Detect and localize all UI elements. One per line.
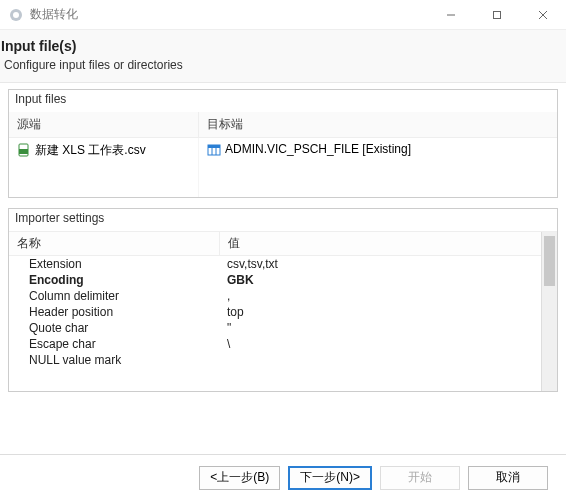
col-target[interactable]: 目标端 xyxy=(199,112,557,137)
settings-value: \ xyxy=(219,336,541,352)
page-title: Input file(s) xyxy=(1,38,562,54)
settings-row[interactable]: Column delimiter, xyxy=(9,288,541,304)
settings-table: 名称 值 Extensioncsv,tsv,txtEncodingGBKColu… xyxy=(9,232,541,368)
settings-name: Quote char xyxy=(9,320,219,336)
page-subtitle: Configure input files or directories xyxy=(4,58,562,72)
close-button[interactable] xyxy=(520,0,566,30)
source-file-name: 新建 XLS 工作表.csv xyxy=(35,142,146,159)
input-files-table: 源端 目标端 新建 XLS 工作表.csv ADMIN.VIC_PSCH_FIL… xyxy=(9,112,557,197)
header: Input file(s) Configure input files or d… xyxy=(0,30,566,83)
cancel-button[interactable]: 取消 xyxy=(468,466,548,490)
app-icon xyxy=(8,7,24,23)
importer-settings-group: Importer settings 名称 值 Extensioncsv,tsv,… xyxy=(8,208,558,392)
next-button[interactable]: 下一步(N)> xyxy=(288,466,372,490)
settings-name: Column delimiter xyxy=(9,288,219,304)
settings-value: " xyxy=(219,320,541,336)
titlebar: 数据转化 xyxy=(0,0,566,30)
settings-row[interactable]: Header positiontop xyxy=(9,304,541,320)
settings-value: csv,tsv,txt xyxy=(219,256,541,273)
csv-file-icon xyxy=(17,143,31,157)
settings-row[interactable]: Extensioncsv,tsv,txt xyxy=(9,256,541,273)
scrollbar-thumb[interactable] xyxy=(544,236,555,286)
settings-value xyxy=(219,352,541,368)
svg-rect-9 xyxy=(208,145,220,148)
settings-name: Extension xyxy=(9,256,219,273)
settings-name: NULL value mark xyxy=(9,352,219,368)
settings-value: GBK xyxy=(219,272,541,288)
col-source[interactable]: 源端 xyxy=(9,112,199,137)
input-files-legend: Input files xyxy=(9,90,557,112)
settings-row[interactable]: NULL value mark xyxy=(9,352,541,368)
maximize-button[interactable] xyxy=(474,0,520,30)
settings-value: top xyxy=(219,304,541,320)
table-icon xyxy=(207,143,221,157)
settings-name: Header position xyxy=(9,304,219,320)
settings-col-name[interactable]: 名称 xyxy=(9,232,219,256)
minimize-button[interactable] xyxy=(428,0,474,30)
start-button: 开始 xyxy=(380,466,460,490)
settings-row[interactable]: Escape char\ xyxy=(9,336,541,352)
footer: <上一步(B) 下一步(N)> 开始 取消 xyxy=(0,454,566,500)
svg-rect-7 xyxy=(19,149,28,154)
source-file-cell[interactable]: 新建 XLS 工作表.csv xyxy=(9,138,199,197)
settings-scrollbar[interactable] xyxy=(541,232,557,391)
target-table-cell[interactable]: ADMIN.VIC_PSCH_FILE [Existing] xyxy=(199,138,557,197)
settings-name: Escape char xyxy=(9,336,219,352)
settings-col-value[interactable]: 值 xyxy=(219,232,541,256)
back-button[interactable]: <上一步(B) xyxy=(199,466,280,490)
settings-value: , xyxy=(219,288,541,304)
window-title: 数据转化 xyxy=(30,6,78,23)
settings-name: Encoding xyxy=(9,272,219,288)
svg-rect-3 xyxy=(494,11,501,18)
target-table-name: ADMIN.VIC_PSCH_FILE [Existing] xyxy=(225,142,411,156)
settings-row[interactable]: Quote char" xyxy=(9,320,541,336)
input-files-group: Input files 源端 目标端 新建 XLS 工作表.csv ADMIN.… xyxy=(8,89,558,198)
svg-point-1 xyxy=(13,12,19,18)
importer-settings-legend: Importer settings xyxy=(9,209,557,231)
settings-row[interactable]: EncodingGBK xyxy=(9,272,541,288)
